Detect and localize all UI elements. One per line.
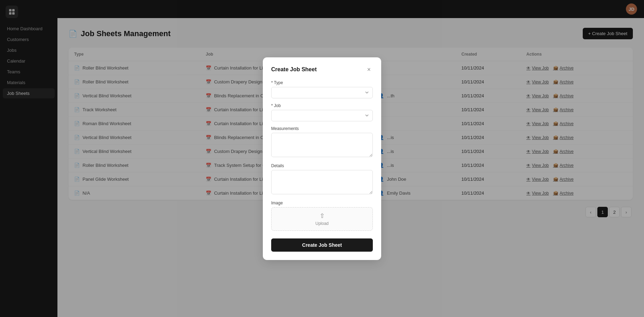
job-select[interactable]: Curtain Installation for Living Room Cus… — [271, 110, 373, 121]
measurements-textarea[interactable] — [271, 133, 373, 157]
type-label: * Type — [271, 80, 373, 85]
form-group-job: * Job Curtain Installation for Living Ro… — [271, 103, 373, 121]
measurements-label: Measurements — [271, 126, 373, 131]
details-label: Details — [271, 163, 373, 168]
form-group-image: Image ⇧ Upload — [271, 201, 373, 231]
image-label: Image — [271, 201, 373, 205]
form-group-details: Details — [271, 163, 373, 196]
upload-label-text: Upload — [315, 221, 329, 226]
modal-close-button[interactable]: × — [365, 66, 373, 73]
form-group-type: * Type Roller Blind Worksheet Vertical B… — [271, 80, 373, 98]
job-label: * Job — [271, 103, 373, 108]
submit-create-job-sheet-button[interactable]: Create Job Sheet — [271, 238, 373, 252]
image-upload-box[interactable]: ⇧ Upload — [271, 207, 373, 231]
form-group-measurements: Measurements — [271, 126, 373, 158]
modal-header: Create Job Sheet × — [271, 66, 373, 73]
upload-arrow-icon: ⇧ — [320, 212, 325, 220]
modal-overlay: Create Job Sheet × * Type Roller Blind W… — [0, 0, 644, 317]
create-job-sheet-modal: Create Job Sheet × * Type Roller Blind W… — [263, 57, 381, 260]
details-textarea[interactable] — [271, 170, 373, 194]
modal-title: Create Job Sheet — [271, 66, 317, 73]
type-select[interactable]: Roller Blind Worksheet Vertical Blind Wo… — [271, 87, 373, 98]
